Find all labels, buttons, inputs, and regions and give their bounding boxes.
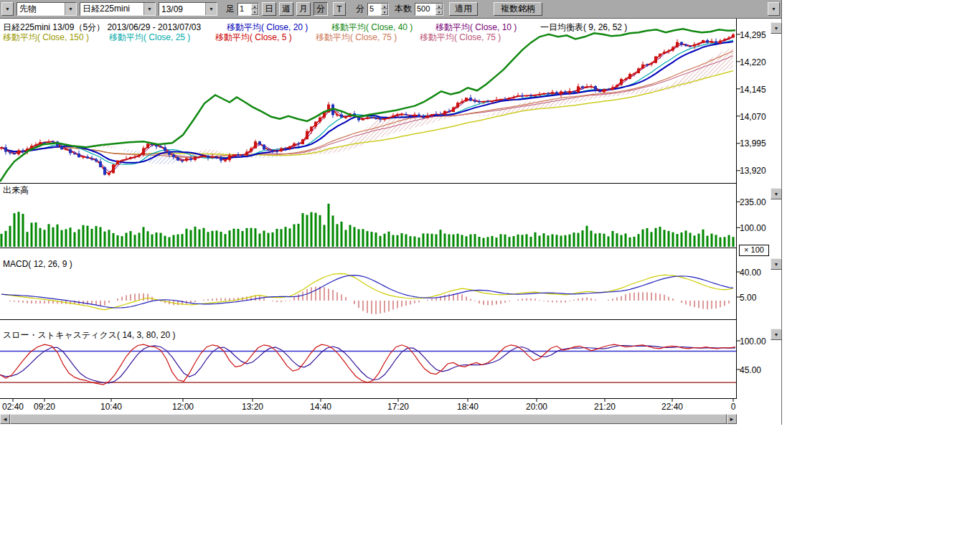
time-axis-label: 09:20 bbox=[34, 402, 55, 412]
scrollbar-track[interactable] bbox=[10, 414, 727, 424]
stoch-axis-label: 45.00 bbox=[740, 365, 761, 375]
spin-up-button[interactable]: ▲ bbox=[435, 4, 443, 9]
stochastics-panel-dropdown[interactable]: ▼ bbox=[771, 329, 782, 340]
scrollbar-thumb[interactable] bbox=[10, 414, 727, 424]
contract-month-select[interactable]: 13/09 ▼ bbox=[159, 2, 217, 16]
macd-layer bbox=[1, 273, 733, 314]
minute-stepper[interactable]: 5 ▲▼ bbox=[367, 3, 389, 16]
combo-arrow-icon: ▼ bbox=[5, 6, 10, 11]
apply-button[interactable]: 適用 bbox=[449, 2, 478, 16]
price-axis-label: 13,995 bbox=[740, 138, 766, 149]
time-axis-label: 10:40 bbox=[100, 402, 122, 412]
legend-ma150: 移動平均( Close, 150 ) bbox=[3, 32, 89, 44]
price-panel-dropdown[interactable]: ▼ bbox=[771, 22, 782, 34]
period-week-button[interactable]: 週 bbox=[279, 2, 293, 16]
moving-average-layer bbox=[1, 36, 733, 174]
bars-count-value: 500 bbox=[415, 4, 435, 15]
bar-count-stepper[interactable]: 1 ▲▼ bbox=[237, 3, 259, 16]
legend-ma75b: 移動平均( Close, 75 ) bbox=[420, 32, 501, 44]
macd-panel-dropdown[interactable]: ▼ bbox=[771, 258, 782, 270]
stochastics-layer bbox=[0, 344, 736, 385]
volume-layer bbox=[1, 204, 735, 247]
symbol-select[interactable]: 日経225mini ▼ bbox=[80, 2, 156, 16]
chart-canvas[interactable] bbox=[0, 19, 781, 412]
time-axis-label: 21:20 bbox=[594, 402, 616, 412]
candlestick-layer bbox=[0, 33, 735, 176]
volume-panel-dropdown[interactable]: ▼ bbox=[771, 188, 782, 199]
left-combo-button[interactable]: ▼ bbox=[1, 2, 14, 16]
bar-count-value: 1 bbox=[238, 4, 251, 15]
chart-window: ▼ 先物 ▼ 日経225mini ▼ 13/09 ▼ 足 1 ▲▼ 日 週 月 … bbox=[0, 0, 782, 425]
period-day-button[interactable]: 日 bbox=[262, 2, 276, 16]
period-month-button[interactable]: 月 bbox=[296, 2, 311, 16]
stochastics-panel-title: スロー・ストキャスティクス( 14, 3, 80, 20 ) bbox=[3, 329, 175, 342]
volume-axis-label: 100.00 bbox=[740, 223, 766, 233]
time-axis-label: 0 bbox=[731, 402, 736, 412]
contract-month-value: 13/09 bbox=[159, 4, 205, 14]
scroll-right-button[interactable]: ► bbox=[727, 414, 737, 424]
time-axis-label: 18:40 bbox=[457, 402, 479, 412]
spin-down-button[interactable]: ▼ bbox=[251, 9, 258, 15]
time-axis-label: 17:20 bbox=[387, 402, 409, 412]
volume-panel-title: 出来高 bbox=[3, 184, 29, 197]
price-axis-label: 14,295 bbox=[740, 30, 766, 40]
price-axis-label: 14,220 bbox=[740, 57, 766, 67]
macd-axis-label: 5.00 bbox=[740, 293, 756, 303]
bars-count-stepper[interactable]: 500 ▲▼ bbox=[415, 3, 443, 16]
time-axis-label: 02:40 bbox=[2, 402, 24, 412]
category-select[interactable]: 先物 ▼ bbox=[17, 2, 77, 16]
right-combo-button[interactable]: ▼ bbox=[768, 2, 780, 16]
green-line-layer bbox=[0, 29, 735, 182]
minute-value: 5 bbox=[368, 4, 381, 15]
spin-up-button[interactable]: ▲ bbox=[251, 4, 258, 9]
price-axis-label: 14,070 bbox=[740, 112, 766, 122]
legend-ichimoku: 一目均衡表( 9, 26, 52 ) bbox=[540, 22, 627, 34]
combo-arrow-icon[interactable]: ▼ bbox=[143, 3, 155, 15]
combo-arrow-icon: ▼ bbox=[771, 6, 776, 11]
bar-type-label: 足 bbox=[226, 3, 235, 15]
volume-multiplier-badge: × 100 bbox=[739, 245, 769, 256]
horizontal-scrollbar[interactable]: ◄ ► bbox=[0, 414, 737, 424]
time-axis-label: 14:40 bbox=[310, 402, 331, 412]
symbol-select-value: 日経225mini bbox=[80, 3, 143, 15]
combo-arrow-icon[interactable]: ▼ bbox=[205, 3, 217, 15]
price-axis-label: 14,145 bbox=[740, 85, 766, 95]
combo-arrow-icon[interactable]: ▼ bbox=[65, 3, 76, 15]
time-axis-label: 13:20 bbox=[242, 402, 263, 412]
legend-ma5: 移動平均( Close, 5 ) bbox=[215, 32, 292, 44]
toolbar: ▼ 先物 ▼ 日経225mini ▼ 13/09 ▼ 足 1 ▲▼ 日 週 月 … bbox=[0, 0, 781, 19]
legend-ma25: 移動平均( Close, 25 ) bbox=[109, 32, 190, 44]
stoch-axis-label: 100.00 bbox=[740, 336, 766, 347]
minute-label: 分 bbox=[356, 3, 364, 15]
macd-panel-title: MACD( 12, 26, 9 ) bbox=[3, 259, 72, 269]
category-select-value: 先物 bbox=[17, 3, 65, 15]
bars-count-label: 本数 bbox=[395, 3, 412, 15]
spin-up-button[interactable]: ▲ bbox=[381, 4, 388, 9]
ichimoku-cloud-layer bbox=[1, 47, 733, 164]
multi-symbol-button[interactable]: 複数銘柄 bbox=[494, 2, 542, 16]
spin-down-button[interactable]: ▼ bbox=[381, 9, 388, 15]
volume-axis-label: 235.00 bbox=[740, 197, 766, 207]
spin-down-button[interactable]: ▼ bbox=[435, 9, 443, 15]
time-axis-label: 12:00 bbox=[172, 402, 194, 412]
time-axis-label: 22:40 bbox=[661, 402, 683, 412]
macd-axis-label: 40.00 bbox=[740, 268, 761, 278]
period-minute-button[interactable]: 分 bbox=[314, 2, 328, 16]
tick-button[interactable]: T bbox=[333, 2, 346, 16]
chart-area: 日経225mini 13/09（5分） 2013/06/29 - 2013/07… bbox=[0, 19, 781, 425]
legend-ma75: 移動平均( Close, 75 ) bbox=[316, 32, 397, 44]
scroll-left-button[interactable]: ◄ bbox=[0, 414, 10, 424]
price-axis-label: 13,920 bbox=[740, 166, 766, 176]
time-axis-label: 20:00 bbox=[526, 402, 547, 412]
